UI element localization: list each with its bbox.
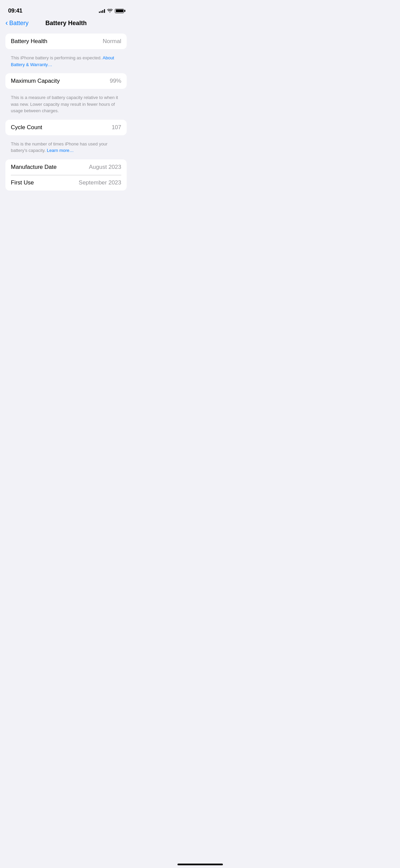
nav-bar: ‹ Battery Battery Health [0,17,132,31]
battery-health-value: Normal [103,38,121,45]
signal-bar-2 [101,11,102,13]
battery-health-description: This iPhone battery is performing as exp… [5,52,127,73]
maximum-capacity-label: Maximum Capacity [11,78,60,84]
maximum-capacity-row: Maximum Capacity 99% [5,73,127,89]
manufacture-date-row: Manufacture Date August 2023 [5,159,127,175]
battery-health-label: Battery Health [11,38,47,45]
first-use-value: September 2023 [79,179,121,186]
wifi-icon [107,9,113,13]
signal-bar-3 [102,10,103,13]
maximum-capacity-value: 99% [110,78,121,84]
signal-bar-4 [104,9,105,13]
cycle-count-description: This is the number of times iPhone has u… [5,138,127,159]
back-button[interactable]: ‹ Battery [5,20,28,27]
manufacture-date-value: August 2023 [89,164,121,171]
back-label: Battery [9,20,28,27]
page-title: Battery Health [45,20,87,27]
status-bar: 09:41 [0,0,132,17]
signal-bars-icon [99,9,105,13]
status-time: 09:41 [8,7,22,14]
battery-health-card: Battery Health Normal [5,34,127,49]
cycle-count-row: Cycle Count 107 [5,120,127,135]
first-use-row: First Use September 2023 [5,175,127,191]
cycle-count-label: Cycle Count [11,124,42,131]
cycle-count-value: 107 [112,124,121,131]
cycle-count-card: Cycle Count 107 [5,120,127,135]
battery-status-icon [115,9,124,13]
chevron-left-icon: ‹ [5,19,8,27]
content: Battery Health Normal This iPhone batter… [0,31,132,191]
status-icons [99,9,124,13]
maximum-capacity-description: This is a measure of battery capacity re… [5,92,127,120]
first-use-label: First Use [11,179,34,186]
battery-health-row: Battery Health Normal [5,34,127,49]
battery-fill [116,9,123,12]
maximum-capacity-card: Maximum Capacity 99% [5,73,127,89]
learn-more-link[interactable]: Learn more… [47,148,73,153]
manufacture-date-label: Manufacture Date [11,164,57,171]
dates-card: Manufacture Date August 2023 First Use S… [5,159,127,191]
signal-bar-1 [99,12,100,13]
